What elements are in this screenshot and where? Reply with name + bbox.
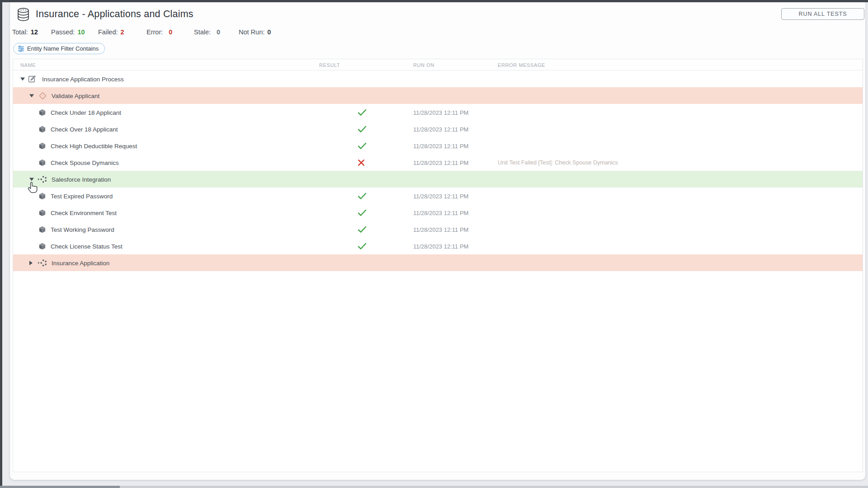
cube-icon [39,209,46,216]
stat-label: Failed: [98,28,118,36]
stat-failed: Failed:2 [98,28,124,36]
stat-value: 12 [31,28,38,36]
stat-passed: Passed:10 [51,28,85,36]
row-label[interactable]: Test Expired Password [51,192,113,199]
edit-icon [28,75,36,83]
run-all-tests-button[interactable]: RUN ALL TESTS [781,8,864,20]
row-label[interactable]: Validate Applicant [52,92,99,99]
stat-label: Error: [146,28,163,36]
stat-not-run: Not Run:0 [239,28,271,36]
row-label[interactable]: Check Over 18 Applicant [51,126,118,132]
stat-label: Not Run: [239,28,264,36]
stat-label: Total: [12,28,28,36]
row-label[interactable]: Check Environment Test [51,209,117,216]
table-header-row: NAME RESULT RUN ON ERROR MESSAGE [13,59,863,70]
process-icon [38,259,47,267]
table-row[interactable]: Check High Deductible Request 11/28/2023… [13,137,863,154]
run-on-text: 11/28/2023 12:11 PM [413,243,468,249]
run-on-text: 11/28/2023 12:11 PM [413,126,468,132]
cube-icon [39,159,46,166]
row-label[interactable]: Check License Status Test [51,243,123,249]
expander-icon[interactable] [20,77,25,80]
run-on-text: 11/28/2023 12:11 PM [413,159,468,166]
expander-icon[interactable] [29,261,33,265]
pass-check-icon [358,109,367,116]
stat-value: 10 [77,28,85,36]
row-label[interactable]: Check High Deductible Request [51,142,137,149]
table-row[interactable]: Check Under 18 Applicant 11/28/2023 12:1… [13,104,863,121]
stat-value: 0 [217,28,220,36]
cube-icon [39,226,46,233]
run-on-text: 11/28/2023 12:11 PM [413,226,468,233]
window-bottom-edge-segment [0,486,120,488]
column-header-run-on: RUN ON [413,62,434,68]
cube-icon [39,142,46,150]
pass-check-icon [358,226,367,233]
table-row[interactable]: Check Environment Test 11/28/2023 12:11 … [13,204,863,221]
table-row[interactable]: Insurance Application [13,254,863,271]
table-row[interactable]: Salesforce Integration [13,171,863,188]
row-label[interactable]: Salesforce Integration [52,176,111,183]
stat-total: Total:12 [12,28,38,36]
run-on-text: 11/28/2023 12:11 PM [413,109,468,116]
cube-icon [39,109,46,116]
table-row[interactable]: Validate Applicant [13,87,863,104]
run-on-text: 11/28/2023 12:11 PM [413,192,468,199]
pass-check-icon [358,126,367,133]
filter-chip-label: Entity Name Filter Contains [27,45,99,52]
window-left-edge [0,0,2,488]
window-top-edge [0,0,868,2]
run-on-text: 11/28/2023 12:11 PM [413,209,468,216]
entity-name-filter-chip[interactable]: Entity Name Filter Contains [13,43,105,54]
error-message-text: Unit Test Failed [Test]: Check Spouse Dy… [498,160,618,166]
stat-stale: Stale:0 [194,28,220,36]
window-bottom-edge [0,486,868,488]
expander-icon[interactable] [29,178,34,181]
table-row[interactable]: Test Working Password 11/28/2023 12:11 P… [13,221,863,238]
cube-icon [39,126,46,133]
pass-check-icon [358,192,367,200]
filter-icon [18,46,24,52]
pass-check-icon [358,142,367,150]
expander-icon[interactable] [29,94,34,97]
cube-icon [39,192,46,200]
process-icon [38,176,47,183]
column-header-name: NAME [20,62,36,68]
row-label[interactable]: Check Spouse Dymanics [51,159,119,166]
table-row[interactable]: Check Spouse Dymanics 11/28/2023 12:11 P… [13,154,863,171]
fail-x-icon [358,159,365,166]
table-row[interactable]: Check License Status Test 11/28/2023 12:… [13,238,863,254]
database-icon [15,7,32,23]
row-label[interactable]: Insurance Application [52,259,109,266]
stat-label: Passed: [51,28,75,36]
run-on-text: 11/28/2023 12:11 PM [413,142,468,149]
pass-check-icon [358,243,367,250]
table-row[interactable]: Insurance Application Process [13,70,863,87]
stat-value: 2 [121,28,124,36]
stat-label: Stale: [194,28,211,36]
stat-value: 0 [169,28,172,36]
row-label[interactable]: Test Working Password [51,226,114,233]
table-body: Insurance Application Process Validate A… [13,70,863,271]
column-header-result: RESULT [319,62,340,68]
page-title: Insurance - Applications and Claims [36,9,193,20]
cube-icon [39,243,46,250]
column-header-error-message: ERROR MESSAGE [498,62,545,68]
table-row[interactable]: Test Expired Password 11/28/2023 12:11 P… [13,188,863,204]
stat-error: Error:0 [146,28,172,36]
tests-table: NAME RESULT RUN ON ERROR MESSAGE Insuran… [13,59,863,472]
stat-value: 0 [267,28,271,36]
table-row[interactable]: Check Over 18 Applicant 11/28/2023 12:11… [13,121,863,137]
row-label[interactable]: Insurance Application Process [42,75,124,82]
pass-check-icon [358,209,367,216]
row-label[interactable]: Check Under 18 Applicant [51,109,121,116]
decision-icon [38,91,47,100]
